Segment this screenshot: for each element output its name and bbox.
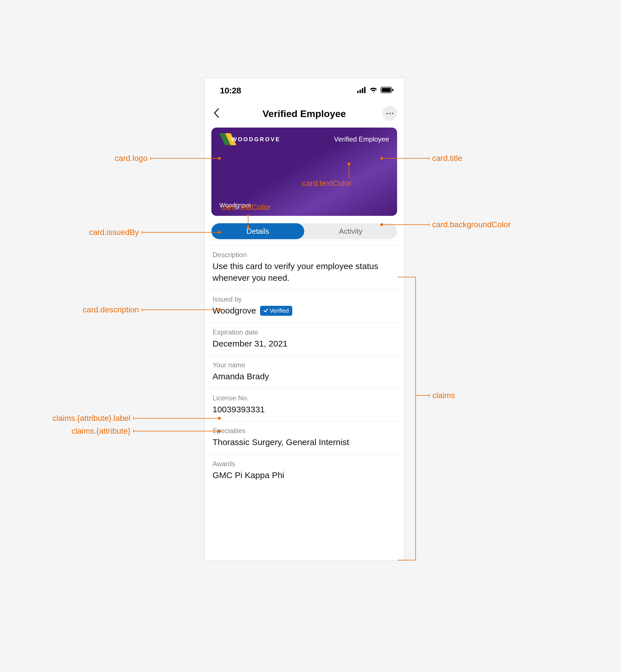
details-list: Description Use this card to verify your… xyxy=(205,245,404,487)
svg-rect-1 xyxy=(360,90,361,93)
row-specialties: Specialties Thorassic Surgery, General I… xyxy=(205,421,404,454)
card-logo: WOODGROVE xyxy=(219,133,281,145)
page-title: Verified Employee xyxy=(205,108,404,119)
row-license: License No. 10039393331 xyxy=(205,389,404,421)
label-license: License No. xyxy=(212,394,396,402)
status-icons xyxy=(357,87,394,93)
annotation-claims-label: claims.{attribute}.label xyxy=(43,414,219,423)
annotation-card-background: card.backgroundColor xyxy=(382,220,541,229)
row-issued-by: Issued by Woodgrove Verified xyxy=(205,289,404,323)
svg-rect-6 xyxy=(392,89,394,91)
status-time: 10:28 xyxy=(220,86,241,95)
verified-badge: Verified xyxy=(260,306,292,316)
check-icon xyxy=(263,308,268,313)
label-name: Your name xyxy=(212,361,396,369)
status-bar: 10:28 xyxy=(205,78,404,101)
annotation-card-textcolor-bottom xyxy=(248,215,248,227)
wifi-icon xyxy=(369,87,378,93)
tab-bar: Details Activity xyxy=(211,223,397,239)
label-expiration: Expiration date xyxy=(212,328,396,336)
value-description: Use this card to verify your employee st… xyxy=(212,261,396,283)
label-description: Description xyxy=(212,251,396,259)
annotation-claims: claims xyxy=(416,391,473,400)
svg-rect-3 xyxy=(364,87,366,93)
value-expiration: December 31, 2021 xyxy=(212,338,396,350)
row-expiration: Expiration date December 31, 2021 xyxy=(205,323,404,356)
annotation-card-logo: card.logo xyxy=(97,154,219,163)
svg-rect-0 xyxy=(357,91,359,93)
row-awards: Awards GMC Pi Kappa Phi xyxy=(205,454,404,487)
value-awards: GMC Pi Kappa Phi xyxy=(212,469,396,481)
annotation-card-textcolor-top xyxy=(349,165,349,179)
dot-card-textcolor-top xyxy=(347,162,350,165)
value-specialties: Thorassic Surgery, General Internist xyxy=(212,437,396,448)
row-description: Description Use this card to verify your… xyxy=(205,245,404,289)
label-issued-by: Issued by xyxy=(212,295,396,303)
label-awards: Awards xyxy=(212,460,396,468)
svg-rect-5 xyxy=(382,88,391,92)
annotation-card-textcolor-label-top: card.textColor xyxy=(302,179,351,188)
annotation-claims-bracket xyxy=(398,277,416,561)
row-name: Your name Amanda Brady xyxy=(205,355,404,389)
value-license: 10039393331 xyxy=(212,404,396,415)
card-title: Verified Employee xyxy=(334,135,389,143)
annotation-card-description: card.description xyxy=(74,305,219,314)
chevron-left-icon xyxy=(214,108,219,118)
annotation-card-title: card.title xyxy=(382,154,504,163)
tab-details[interactable]: Details xyxy=(211,223,304,239)
annotation-card-issuedby: card.issuedBy xyxy=(80,228,219,237)
label-specialties: Specialties xyxy=(212,427,396,435)
value-name: Amanda Brady xyxy=(212,371,396,383)
back-button[interactable] xyxy=(211,106,222,121)
battery-icon xyxy=(381,87,394,93)
cellular-icon xyxy=(357,87,366,93)
annotation-card-textcolor-label-bottom: card.textColor xyxy=(221,203,271,212)
more-button[interactable] xyxy=(382,106,397,121)
nav-bar: Verified Employee xyxy=(205,101,404,128)
phone-frame: 10:28 Verified Employee WOODGROVE xyxy=(204,78,405,561)
card-logo-text: WOODGROVE xyxy=(231,136,281,143)
annotation-claims-attr: claims.{attribute} xyxy=(66,427,219,436)
svg-rect-2 xyxy=(362,88,363,93)
